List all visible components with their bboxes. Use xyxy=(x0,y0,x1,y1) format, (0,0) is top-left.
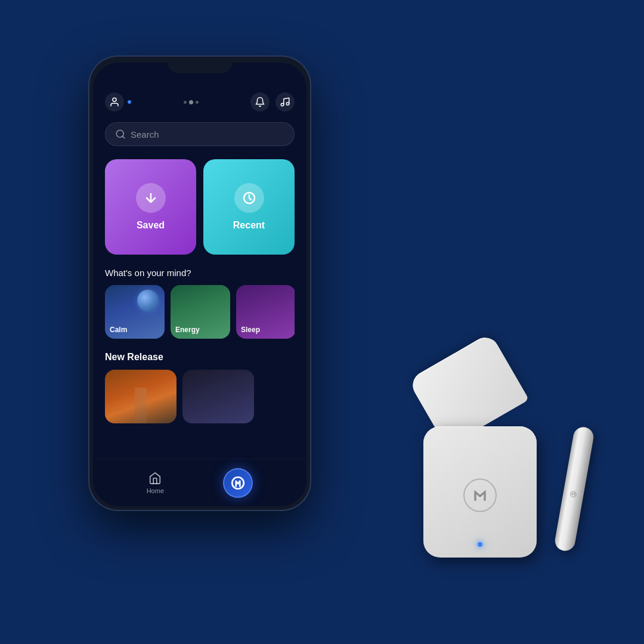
clock-icon xyxy=(242,191,256,205)
sleep-label: Sleep xyxy=(241,326,260,334)
mood-card-sleep[interactable]: Sleep xyxy=(236,285,295,339)
home-icon xyxy=(148,472,162,485)
top-bar-left xyxy=(105,92,131,112)
user-icon xyxy=(109,97,120,107)
new-release-label: New Release xyxy=(105,352,295,363)
notification-dot xyxy=(128,100,131,104)
release-card-desert[interactable] xyxy=(105,370,177,423)
energy-label: Energy xyxy=(175,326,200,334)
phone-screen: Search Saved xyxy=(93,63,306,506)
release-cards xyxy=(105,370,295,423)
user-avatar[interactable] xyxy=(105,92,124,112)
music-button[interactable] xyxy=(275,92,295,112)
saved-label: Saved xyxy=(137,220,165,231)
pen-brand-icon xyxy=(568,488,579,500)
svg-point-2 xyxy=(286,103,289,106)
top-bar xyxy=(105,92,295,112)
mood-card-calm[interactable]: Calm xyxy=(105,285,165,339)
search-icon xyxy=(115,129,126,140)
deco-dots xyxy=(184,100,199,104)
recent-icon-btn xyxy=(234,183,264,213)
bell-icon xyxy=(255,97,265,107)
deco-dot-3 xyxy=(196,101,199,104)
nav-home[interactable]: Home xyxy=(147,472,164,494)
case-m-icon xyxy=(470,486,490,505)
deco-dot-1 xyxy=(184,101,187,104)
download-icon xyxy=(144,191,158,205)
bottom-nav: Home xyxy=(93,459,306,506)
screen-content: Search Saved xyxy=(93,63,306,506)
mood-row: Calm Energy Sleep xyxy=(105,285,295,339)
calm-label: Calm xyxy=(110,326,127,334)
saved-card[interactable]: Saved xyxy=(105,159,196,255)
home-nav-label: Home xyxy=(147,487,164,494)
brand-m-icon xyxy=(230,475,246,491)
search-bar[interactable]: Search xyxy=(105,122,295,146)
pen-device xyxy=(553,426,595,553)
mood-card-energy[interactable]: Energy xyxy=(171,285,230,339)
saved-icon-btn xyxy=(136,183,166,213)
planet-decoration xyxy=(137,290,159,311)
recent-card[interactable]: Recent xyxy=(203,159,295,255)
phone-notch xyxy=(167,57,233,73)
pen-logo xyxy=(568,488,579,501)
top-bar-right xyxy=(250,92,295,112)
case-logo xyxy=(463,479,497,512)
svg-point-1 xyxy=(281,103,284,106)
phone-mockup: Search Saved xyxy=(89,57,310,510)
svg-point-0 xyxy=(113,98,116,101)
nav-brand-button[interactable] xyxy=(223,468,253,498)
notification-button[interactable] xyxy=(250,92,270,112)
recent-label: Recent xyxy=(233,220,265,231)
whats-on-mind-label: What's on your mind? xyxy=(105,268,295,278)
case-led xyxy=(478,542,482,547)
release-card-dark[interactable] xyxy=(182,370,254,423)
scene: Search Saved xyxy=(54,39,590,605)
category-row: Saved Recent xyxy=(105,159,295,255)
search-placeholder: Search xyxy=(131,129,159,140)
deco-dot-2 xyxy=(189,100,193,104)
device-box xyxy=(423,361,572,558)
music-icon xyxy=(280,97,290,107)
case-body xyxy=(423,426,537,558)
